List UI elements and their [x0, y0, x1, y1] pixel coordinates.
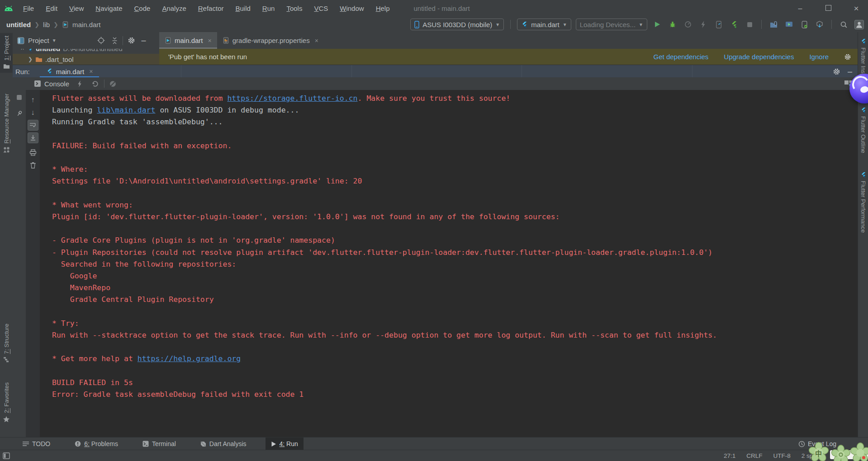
menu-run[interactable]: Run: [256, 5, 281, 12]
scroll-to-end-icon[interactable]: [28, 132, 38, 143]
breadcrumb-lib[interactable]: lib: [43, 21, 50, 28]
chevron-down-icon[interactable]: ▼: [52, 38, 57, 43]
dart-analysis-tab[interactable]: Dart Analysis: [195, 437, 252, 450]
tab-gradle-wrapper-properties[interactable]: gradle-wrapper.properties ×: [217, 32, 324, 49]
flutter-icon: [46, 68, 53, 75]
console-text: on ASUS I003DD in debug mode...: [155, 106, 299, 114]
terminal-tab[interactable]: Terminal: [137, 437, 181, 450]
hot-restart-icon[interactable]: [77, 80, 83, 87]
gear-icon[interactable]: [128, 37, 135, 44]
device-selector[interactable]: ASUS I003DD (mobile) ▼: [410, 19, 504, 30]
project-panel-title[interactable]: Project: [28, 37, 49, 44]
menu-vcs[interactable]: VCS: [308, 5, 334, 12]
close-icon[interactable]: ×: [208, 37, 212, 44]
hide-panel-icon[interactable]: –: [848, 67, 852, 76]
run-tab[interactable]: 4: Run: [266, 437, 304, 450]
running-devices-button[interactable]: [783, 19, 794, 30]
console-link[interactable]: https://help.gradle.org: [138, 354, 241, 363]
profile-avatar-icon[interactable]: [854, 19, 864, 30]
hide-panel-icon[interactable]: –: [142, 36, 146, 45]
menu-view[interactable]: View: [63, 5, 90, 12]
close-icon[interactable]: ×: [315, 37, 318, 44]
get-dependencies-link[interactable]: Get dependencies: [654, 53, 709, 61]
tool-window-toggle-icon[interactable]: [3, 452, 10, 459]
profiler-button[interactable]: [683, 19, 693, 30]
search-everywhere-button[interactable]: [838, 19, 849, 30]
hot-reload-icon[interactable]: [698, 19, 709, 30]
project-tree-root-row[interactable]: ˄ untitled D:\Android1\untitled: [13, 49, 159, 54]
console-line: FAILURE: Build failed with an exception.: [52, 140, 858, 152]
stripe-flutter-outline-button[interactable]: Flutter Outline: [858, 107, 868, 153]
device-manager-button[interactable]: [799, 19, 810, 30]
console-line: Plugin [id: 'dev.flutter.flutter-plugin-…: [52, 211, 858, 223]
menu-analyze[interactable]: Analyze: [156, 5, 192, 12]
stripe-structure-button[interactable]: 7: Structure: [0, 324, 13, 362]
debug-button[interactable]: [667, 19, 678, 30]
line-separator[interactable]: CRLF: [746, 452, 762, 459]
breadcrumb-file[interactable]: main.dart: [72, 21, 101, 28]
maximize-button[interactable]: [823, 5, 834, 13]
caret-position[interactable]: 27:1: [724, 452, 735, 459]
upgrade-dependencies-link[interactable]: Upgrade dependencies: [724, 53, 794, 61]
ime-flower-icon[interactable]: [849, 442, 868, 461]
stop-button[interactable]: [744, 19, 755, 30]
stripe-project-button[interactable]: 1: Project: [0, 33, 13, 73]
close-button[interactable]: ×: [851, 4, 862, 14]
pin-icon[interactable]: [14, 108, 25, 119]
project-tree-dart-tool-row[interactable]: ❯ .dart_tool: [13, 54, 159, 65]
close-icon[interactable]: ×: [89, 68, 93, 75]
tab-main-dart[interactable]: main.dart ×: [159, 32, 217, 49]
breadcrumb-project[interactable]: untitled: [6, 21, 31, 28]
ime-flower-icon[interactable]: [830, 445, 851, 461]
attach-debugger-button[interactable]: [713, 19, 724, 30]
ime-flower-icon[interactable]: 中: [808, 442, 830, 461]
gear-icon[interactable]: [833, 68, 840, 75]
gear-icon[interactable]: [844, 53, 851, 61]
chevron-expanded-icon[interactable]: ˄: [21, 49, 24, 52]
print-icon[interactable]: [28, 147, 38, 158]
ime-language-char: 中: [815, 448, 822, 458]
chevron-down-icon: ▼: [639, 22, 643, 27]
scroll-up-icon[interactable]: ↑: [28, 94, 38, 105]
minimize-button[interactable]: –: [795, 5, 806, 13]
menu-tools[interactable]: Tools: [280, 5, 308, 12]
stripe-resource-manager-button[interactable]: Resource Manager: [0, 94, 13, 153]
locate-file-icon[interactable]: [97, 37, 105, 44]
stripe-flutter-performance-button[interactable]: Flutter Performance: [858, 172, 868, 233]
clear-all-icon[interactable]: [109, 80, 117, 88]
run-button[interactable]: [652, 19, 663, 30]
console-link[interactable]: https://storage.flutter-io.cn: [227, 94, 357, 103]
console-line: * What went wrong:: [52, 199, 858, 211]
menu-build[interactable]: Build: [229, 5, 256, 12]
sdk-manager-button[interactable]: [814, 19, 825, 30]
console-tab[interactable]: Console: [34, 80, 69, 88]
stop-icon[interactable]: [14, 92, 25, 103]
rerun-icon[interactable]: [91, 80, 100, 88]
problems-tab[interactable]: 6: Problems: [69, 437, 123, 450]
menu-help[interactable]: Help: [370, 5, 396, 12]
menu-refactor[interactable]: Refactor: [192, 5, 230, 12]
todo-tab[interactable]: TODO: [17, 437, 56, 450]
menu-file[interactable]: File: [17, 5, 40, 12]
soft-wrap-icon[interactable]: [28, 120, 38, 131]
file-encoding[interactable]: UTF-8: [773, 452, 791, 459]
menu-code[interactable]: Code: [128, 5, 157, 12]
collapse-all-icon[interactable]: [111, 37, 118, 44]
console-output[interactable]: Flutter assets will be downloaded from h…: [40, 90, 858, 437]
menu-navigate[interactable]: Navigate: [90, 5, 128, 12]
menu-edit[interactable]: Edit: [40, 5, 63, 12]
devices-loading-selector[interactable]: Loading Devices... ▼: [576, 19, 647, 30]
device-file-explorer-button[interactable]: [768, 19, 779, 30]
chevron-collapsed-icon[interactable]: ❯: [28, 56, 33, 62]
delete-icon[interactable]: [28, 160, 38, 170]
console-link[interactable]: lib\main.dart: [97, 106, 155, 114]
run-tab-main-dart[interactable]: main.dart ×: [40, 65, 100, 78]
flutter-attach-button[interactable]: [729, 19, 740, 30]
ignore-link[interactable]: Ignore: [809, 53, 829, 61]
run-config-selector[interactable]: main.dart ▼: [517, 19, 571, 30]
stripe-favorites-button[interactable]: 2: Favorites: [0, 382, 13, 423]
toolbar-divider: [831, 20, 832, 29]
toolbar-divider: [104, 80, 104, 88]
scroll-down-icon[interactable]: ↓: [28, 107, 38, 118]
menu-window[interactable]: Window: [334, 5, 370, 12]
